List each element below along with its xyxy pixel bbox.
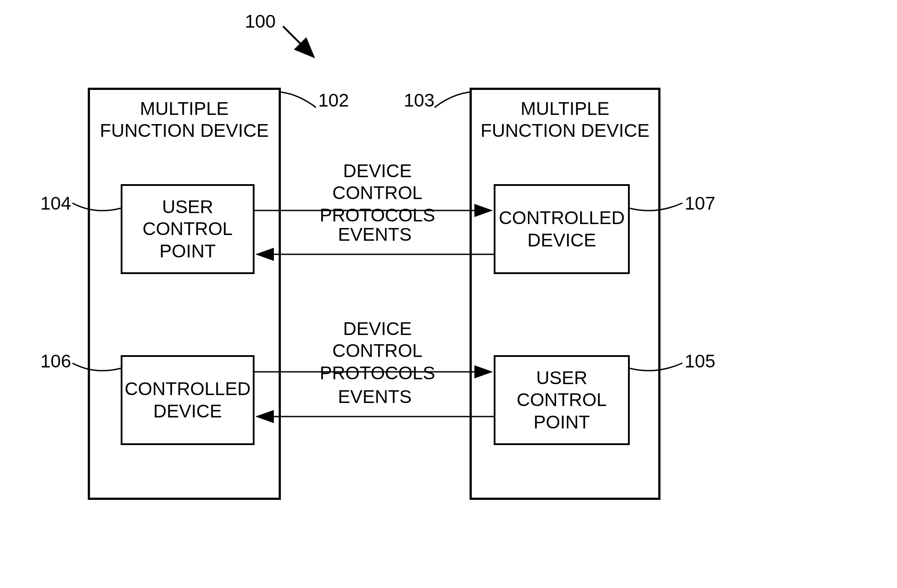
leader-107 — [630, 200, 685, 221]
leader-103 — [434, 90, 474, 112]
ref-100: 100 — [245, 11, 276, 32]
ref-104: 104 — [40, 193, 71, 214]
right-device-title: MULTIPLE FUNCTION DEVICE — [472, 90, 658, 142]
bottom-forward-arrow — [255, 367, 496, 376]
left-controlled-device: CONTROLLED DEVICE — [121, 355, 255, 445]
leader-105 — [630, 360, 685, 381]
top-back-arrow — [255, 250, 496, 259]
ref-105: 105 — [685, 351, 715, 372]
arrow-100 — [281, 24, 325, 68]
ref-102: 102 — [318, 90, 349, 111]
right-cd-label: CONTROLLED DEVICE — [495, 207, 628, 251]
leader-102 — [281, 90, 320, 112]
left-user-control-point: USER CONTROL POINT — [121, 184, 255, 274]
ref-103: 103 — [404, 90, 434, 111]
leader-106 — [72, 360, 123, 381]
right-controlled-device: CONTROLLED DEVICE — [494, 184, 630, 274]
bottom-back-arrow — [255, 412, 496, 421]
right-user-control-point: USER CONTROL POINT — [494, 355, 630, 445]
bottom-back-label: EVENTS — [338, 386, 412, 408]
top-back-label: EVENTS — [338, 224, 412, 246]
left-cd-label: CONTROLLED DEVICE — [122, 378, 253, 422]
ref-107: 107 — [685, 193, 715, 214]
left-device-title: MULTIPLE FUNCTION DEVICE — [90, 90, 279, 142]
leader-104 — [72, 200, 123, 221]
right-ucp-label: USER CONTROL POINT — [495, 367, 628, 433]
top-forward-label: DEVICE CONTROL PROTOCOLS — [298, 160, 456, 226]
top-forward-arrow — [255, 206, 496, 215]
left-ucp-label: USER CONTROL POINT — [122, 196, 253, 262]
ref-106: 106 — [40, 351, 71, 372]
svg-line-1 — [283, 26, 314, 57]
